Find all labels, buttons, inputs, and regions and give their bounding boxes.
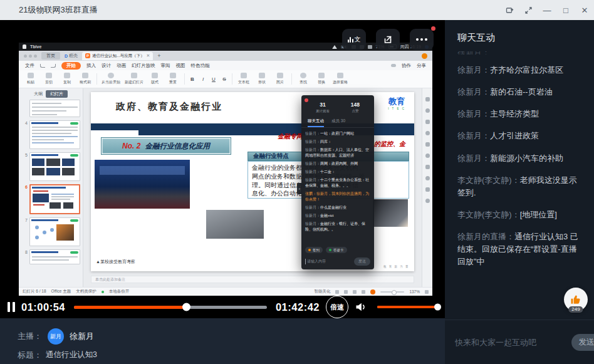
share-button[interactable] [376, 29, 400, 50]
slide-photo-meeting [206, 210, 264, 239]
slide-thumb-7: 7 [19, 217, 83, 249]
strikethrough-tool: S [221, 76, 227, 82]
popup-message: 徐新月：数据库：人口、法人单位、空间地理和自然资源、宏观经济 [305, 147, 370, 159]
play-from-current-tool: 从当前开始 [102, 73, 120, 85]
wps-side-icon [425, 187, 430, 192]
panel-tab-outline: 大纲 [34, 91, 43, 97]
volume-fill [377, 306, 437, 308]
player-controls: 01:00:54 01:42:42 倍速 [0, 296, 445, 318]
underline-tool: U [211, 76, 217, 82]
mac-window-buttons [24, 55, 37, 58]
popup-message-highlight: 张鹏：徐新月，我来到你的直播间，为你点赞！ [305, 191, 370, 202]
chat-input-area: 发送 [445, 320, 594, 364]
popup-stat-likes: 148 点赞 [351, 101, 360, 113]
status-orange-badge [370, 289, 375, 294]
format-painter-tool: 格式刷 [78, 73, 92, 85]
view-read-icon [353, 290, 357, 294]
status-slide-number: 幻灯片 6 / 18 [23, 289, 46, 294]
slide-thumbnail-panel: 大纲 幻灯片 4 [19, 88, 83, 287]
status-zoom-level: 137% [409, 289, 420, 294]
popup-message: 徐新月：十二金： [305, 169, 370, 175]
like-count-badge: 249 [568, 306, 583, 313]
popup-message: 徐新月：什么是金融行业 [305, 205, 370, 211]
minimize-button[interactable]: — [538, 0, 556, 20]
slide-vendor-logo: 教 育 新 力 量 [383, 265, 409, 268]
tab-close-icon: ✕ [146, 53, 150, 58]
menu-slideshow: 幻灯片放映 [132, 63, 155, 69]
menu-review: 审阅 [161, 63, 170, 69]
beautify-badge [70, 219, 78, 222]
maximize-button[interactable]: □ [556, 0, 575, 20]
wps-side-icon [425, 131, 430, 135]
chat-message-list[interactable]: 徐新月： 徐新月：齐齐哈尔富拉尔基区 徐新月：新的石油--页岩油 徐新月：主导经… [445, 51, 594, 320]
share-icon [382, 34, 393, 45]
chat-message: 徐新月：齐齐哈尔富拉尔基区 [457, 64, 581, 76]
progress-bar[interactable] [74, 306, 267, 309]
like-button[interactable]: 249 [564, 288, 588, 311]
popup-tab-chat: 聊天互动 [308, 118, 324, 127]
slide-title: 政府、教育及金融行业 [116, 101, 222, 113]
undo-icon [40, 64, 45, 68]
slide-no2-banner: No. 2 金融行业信息化应用 [101, 137, 231, 155]
popup-stat-views: 31 累计观看 [316, 101, 330, 113]
popup-message: 徐新月：十二个重点业务办公系统：社会保障、金融、税务。。。 [305, 177, 370, 189]
pause-button[interactable] [8, 302, 15, 312]
slide-photo-conference [95, 160, 190, 209]
status-protect: 文档类保护 [76, 289, 96, 294]
status-backup: 本地备份开 [109, 289, 130, 294]
chat-input[interactable] [454, 337, 566, 348]
shapes-tool: 形状 [255, 73, 269, 85]
ppt-file-icon: P [85, 53, 90, 58]
playback-speed-button[interactable]: 倍速 [326, 296, 348, 318]
find-tool: 查找 [296, 73, 310, 85]
speaker-icon [355, 301, 367, 313]
total-time: 01:42:42 [276, 301, 320, 313]
slide-notes-bar: 单击此处添加备注 [91, 276, 414, 283]
wps-status-bar: 幻灯片 6 / 18 Office 主题 文档类保护 本地备份开 智能美化 [19, 287, 432, 296]
wps-side-icon [425, 165, 430, 169]
streamer-chat-popup: 31 累计观看 148 点赞 聊天互动 成员 30 [301, 95, 374, 269]
menu-animation: 动画 [117, 63, 126, 69]
bold-tool: B [189, 76, 195, 82]
slide-thumb-5: 5 [19, 152, 83, 184]
reset-tool: 重置 [166, 73, 180, 85]
menu-share: 分享 [417, 63, 426, 69]
stream-title: 通信行业认知3 [46, 350, 97, 361]
anchor-avatar[interactable]: 新月 [48, 328, 64, 345]
window-title: 21级物联网3班群直播 [19, 4, 98, 16]
redo-icon [51, 64, 56, 68]
wps-ribbon-menu: 文件 开始 插入 设计 动画 幻灯片放映 审阅 视图 特色功能 协作 [19, 61, 432, 70]
slide-photo-caption: ▲某校接受教育考察 [96, 259, 135, 265]
send-button[interactable]: 发送 [571, 334, 594, 351]
popup-message: 徐新月：两网：政府内网、外网 [305, 161, 370, 167]
sign-in-dot-icon [308, 249, 311, 251]
answer-card-dot-icon [329, 249, 331, 251]
wps-side-icon [425, 97, 430, 101]
popup-message: 徐新月：金融行业：银行、证券、保险、信托机构。。 [305, 221, 370, 232]
wps-tab-docer: D稻壳 [65, 53, 78, 59]
slide-thumb-3 [19, 100, 83, 120]
slide-thumb-6-current: 6 [19, 184, 83, 217]
more-button[interactable] [410, 29, 434, 50]
popup-message-list: 徐新月：一站：政府门户网站 徐新月：四库： 徐新月：数据库：人口、法人单位、空间… [301, 128, 374, 246]
menu-design: 设计 [102, 63, 111, 69]
wps-side-icon [425, 176, 430, 180]
notification-dot [431, 26, 435, 31]
fit-slide-icon [425, 290, 429, 294]
close-button[interactable]: ✕ [575, 0, 594, 20]
video-area[interactable]: Tbive 44 71% 周四 16:19 [0, 20, 445, 318]
view-sorter-icon [344, 290, 348, 294]
mac-tray-icon [332, 45, 337, 49]
status-theme: Office 主题 [51, 289, 71, 294]
beautify-badge [70, 122, 78, 125]
chat-message: 徐新月：新能源小汽车的补助 [457, 152, 581, 165]
volume-bar[interactable] [377, 306, 437, 308]
popout-icon[interactable] [500, 0, 519, 20]
selection-pane-tool: 选择窗格 [333, 73, 348, 85]
textbox-tool: 文本框 [237, 73, 251, 85]
volume-button[interactable] [355, 301, 367, 313]
wps-side-icon [425, 108, 430, 113]
voice-translate-button[interactable]: 文 [342, 29, 366, 50]
popup-message: 徐新月：一站：政府门户网站 [305, 131, 370, 137]
fullscreen-icon[interactable] [519, 0, 538, 20]
